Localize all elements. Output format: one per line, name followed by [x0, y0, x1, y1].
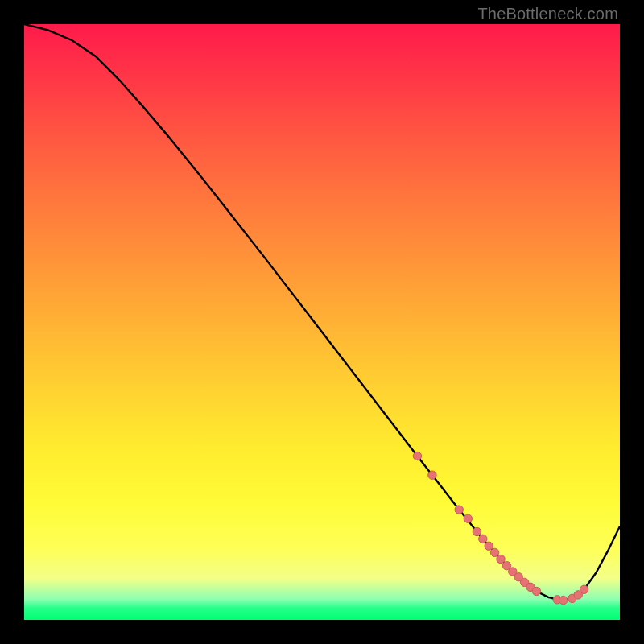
chart-stage: TheBottleneck.com [0, 0, 644, 644]
frame-bottom [0, 620, 644, 644]
plot-area [24, 24, 620, 620]
highlight-dot [473, 527, 481, 535]
highlight-dots-group [413, 452, 588, 604]
highlight-dot [559, 596, 568, 604]
frame-left [0, 0, 24, 644]
highlight-dot [413, 452, 421, 460]
highlight-dot [455, 506, 463, 514]
highlight-dot [580, 585, 588, 593]
highlight-dot [428, 471, 436, 479]
bottleneck-curve-path [24, 24, 620, 601]
curve-layer [24, 24, 620, 620]
highlight-dot [479, 535, 487, 543]
frame-right [620, 0, 644, 644]
highlight-dot [485, 542, 493, 550]
highlight-dot [490, 548, 498, 556]
attribution-text: TheBottleneck.com [477, 5, 618, 23]
highlight-dot [532, 587, 540, 595]
highlight-dot [464, 514, 472, 522]
highlight-dot [497, 555, 505, 563]
